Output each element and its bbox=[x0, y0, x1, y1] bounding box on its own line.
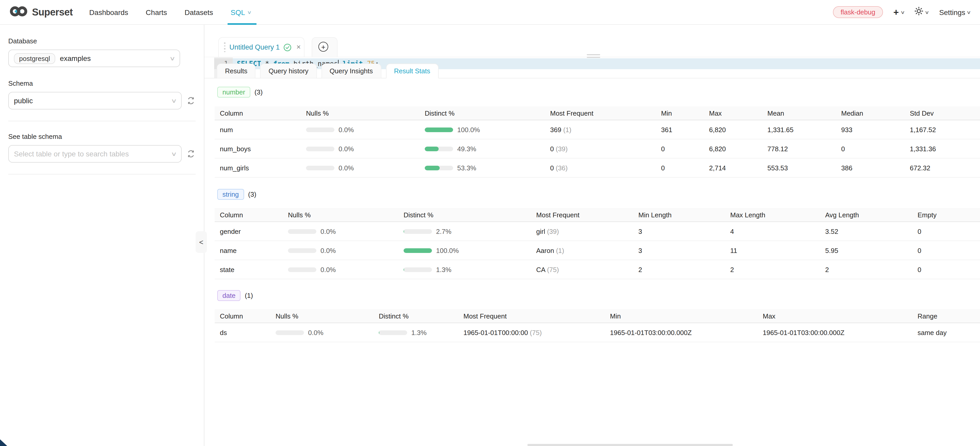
superset-infinity-icon bbox=[9, 5, 28, 19]
chevron-down-icon: ∨ bbox=[925, 10, 929, 15]
column-name-cell: name bbox=[215, 241, 283, 260]
horizontal-scrollbar-thumb[interactable] bbox=[527, 444, 733, 446]
refresh-schemas-icon[interactable] bbox=[186, 96, 196, 105]
empty-cell: 0 bbox=[912, 241, 980, 260]
table-header-row: Column Nulls % Distinct % Most Frequent … bbox=[215, 106, 980, 120]
theme-menu[interactable]: ∨ bbox=[915, 7, 929, 18]
most-frequent-cell: girl (39) bbox=[531, 222, 633, 241]
max-cell: 2,714 bbox=[704, 158, 762, 177]
schema-label: Schema bbox=[8, 80, 196, 87]
column-name-cell: num_girls bbox=[215, 158, 301, 177]
max-cell: 1965-01-01T03:00:00.000Z bbox=[757, 323, 912, 342]
empty-cell: 0 bbox=[912, 222, 980, 241]
table-row: ds 0.0% 1.3% 1965-01-01T00:00:00 (75) 19… bbox=[215, 323, 980, 342]
drag-handle-icon[interactable] bbox=[224, 42, 225, 52]
table-header-row: Column Nulls % Distinct % Most Frequent … bbox=[215, 208, 980, 222]
nav-item-dashboards[interactable]: Dashboards bbox=[89, 0, 128, 24]
tab-results[interactable]: Results bbox=[217, 64, 256, 78]
date-stats-table: Column Nulls % Distinct % Most Frequent … bbox=[215, 309, 980, 342]
column-header: Min bbox=[656, 106, 704, 120]
table-select[interactable]: Select table or type to search tables ∨ bbox=[8, 145, 181, 162]
mean-cell: 553.53 bbox=[762, 158, 836, 177]
column-header: Distinct % bbox=[420, 106, 545, 120]
nav-item-charts[interactable]: Charts bbox=[146, 0, 167, 24]
close-tab-icon[interactable]: ✕ bbox=[296, 44, 301, 51]
query-success-icon bbox=[283, 43, 291, 51]
distinct-bar bbox=[425, 147, 453, 151]
mean-cell: 1,331.65 bbox=[762, 120, 836, 139]
schema-select[interactable]: public ∨ bbox=[8, 92, 181, 110]
min-length-cell: 3 bbox=[633, 222, 725, 241]
distinct-bar bbox=[379, 330, 407, 335]
nav-item-datasets[interactable]: Datasets bbox=[185, 0, 213, 24]
max-length-cell: 11 bbox=[725, 241, 820, 260]
settings-menu[interactable]: Settings ∨ bbox=[939, 8, 971, 16]
min-length-cell: 2 bbox=[633, 260, 725, 279]
distinct-cell: 1.3% bbox=[398, 260, 531, 279]
column-name-cell: state bbox=[215, 260, 283, 279]
tab-result-stats[interactable]: Result Stats bbox=[386, 64, 438, 78]
distinct-bar bbox=[404, 248, 432, 253]
add-query-tab-button[interactable]: + bbox=[318, 42, 328, 52]
settings-label: Settings bbox=[939, 8, 965, 16]
tab-query-history[interactable]: Query history bbox=[260, 64, 317, 78]
nulls-bar bbox=[275, 330, 304, 335]
query-tab[interactable]: Untitled Query 1 ✕ bbox=[218, 37, 304, 57]
top-navbar: Superset Dashboards Charts Datasets SQL … bbox=[0, 0, 980, 25]
column-header: Mean bbox=[762, 106, 836, 120]
chevron-down-icon: ∨ bbox=[171, 150, 177, 157]
column-header: Min Length bbox=[633, 208, 725, 222]
chevron-down-icon: ∨ bbox=[171, 97, 177, 104]
environment-badge: flask-debug bbox=[833, 6, 883, 18]
avg-length-cell: 2 bbox=[820, 260, 912, 279]
date-section-header: date (1) bbox=[217, 290, 253, 301]
tab-query-insights[interactable]: Query Insights bbox=[321, 64, 381, 78]
nulls-cell: 0.0% bbox=[301, 158, 420, 177]
nav-item-sql-label: SQL bbox=[231, 8, 245, 16]
min-cell: 361 bbox=[656, 120, 704, 139]
database-select[interactable]: postgresql examples ∨ bbox=[8, 49, 180, 67]
avg-length-cell: 3.52 bbox=[820, 222, 912, 241]
chevron-down-icon: ∨ bbox=[967, 10, 971, 15]
column-header: Nulls % bbox=[283, 208, 398, 222]
main-menu: Dashboards Charts Datasets SQL ∨ bbox=[89, 0, 251, 24]
max-cell: 6,820 bbox=[704, 120, 762, 139]
distinct-bar bbox=[425, 127, 453, 132]
type-badge-number: number bbox=[217, 87, 250, 97]
table-row: num_girls 0.0% 53.3% 0 (36) 0 2,714 553.… bbox=[215, 158, 980, 177]
column-header: Std Dev bbox=[905, 106, 980, 120]
nav-item-sql[interactable]: SQL ∨ bbox=[231, 0, 251, 24]
number-stats-table: Column Nulls % Distinct % Most Frequent … bbox=[215, 106, 980, 178]
avg-length-cell: 5.95 bbox=[820, 241, 912, 260]
chevron-down-icon: ∨ bbox=[247, 10, 251, 15]
column-header: Most Frequent bbox=[458, 309, 605, 323]
sidebar-divider bbox=[8, 174, 196, 174]
nulls-cell: 0.0% bbox=[301, 139, 420, 158]
nulls-bar bbox=[288, 268, 317, 272]
sun-icon bbox=[915, 7, 923, 18]
range-cell: same day bbox=[912, 323, 980, 342]
distinct-cell: 49.3% bbox=[420, 139, 545, 158]
column-header: Nulls % bbox=[301, 106, 420, 120]
database-label: Database bbox=[8, 37, 196, 45]
column-header: Min bbox=[605, 309, 757, 323]
distinct-bar bbox=[425, 166, 453, 170]
schema-value: public bbox=[14, 97, 33, 105]
column-header: Column bbox=[215, 309, 270, 323]
median-cell: 0 bbox=[836, 139, 905, 158]
superset-logo[interactable]: Superset bbox=[9, 5, 73, 19]
collapse-sidebar-button[interactable]: < bbox=[196, 231, 207, 253]
refresh-tables-icon[interactable] bbox=[186, 149, 196, 158]
distinct-cell: 1.3% bbox=[374, 323, 458, 342]
panel-resize-handle[interactable] bbox=[587, 54, 600, 59]
stddev-cell: 1,331.36 bbox=[905, 139, 980, 158]
column-header: Max bbox=[704, 106, 762, 120]
nulls-bar bbox=[288, 248, 317, 253]
min-cell: 0 bbox=[656, 158, 704, 177]
column-header: Avg Length bbox=[820, 208, 912, 222]
nulls-bar bbox=[306, 127, 334, 132]
column-header: Max Length bbox=[725, 208, 820, 222]
new-item-menu[interactable]: + ∨ bbox=[893, 8, 904, 17]
distinct-cell: 2.7% bbox=[398, 222, 531, 241]
column-name-cell: gender bbox=[215, 222, 283, 241]
